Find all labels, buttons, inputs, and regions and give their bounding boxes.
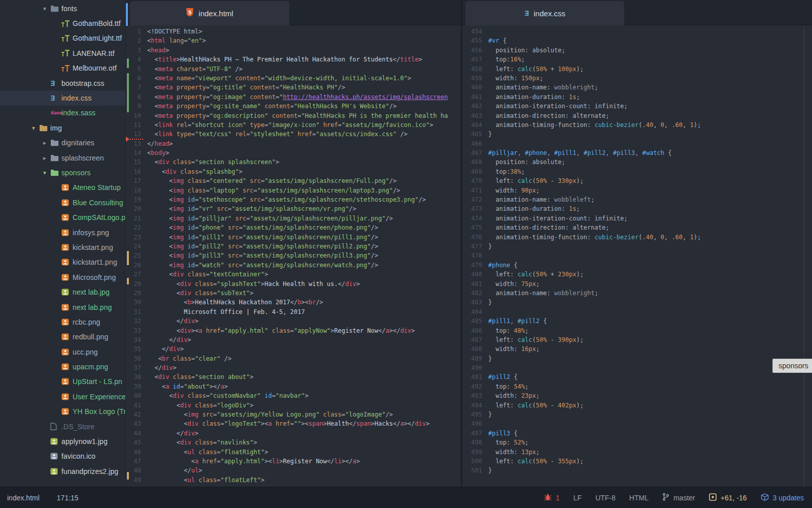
code-line[interactable]: 19 <img id="stethoscope" src="assets/img… [126,195,461,204]
code-line[interactable]: 21 <img id="pilljar" src="assets/img/spl… [126,214,461,223]
code-line[interactable]: 7 <meta property="og:title" content="Hea… [126,83,461,92]
code-line[interactable]: 493 width: 23px; [462,391,812,400]
code-line[interactable]: 36 <br class="clear" /> [126,354,461,363]
tree-item-redbull-png[interactable]: redbull.png [0,330,125,344]
code-line[interactable]: 485#pill1, #pill2 { [462,316,812,326]
status-errors[interactable]: 1 [544,493,560,502]
code-line[interactable]: 481 width: 75px; [462,279,812,289]
code-line[interactable]: 491#pill2 { [462,372,812,382]
tree-item-index-css[interactable]: Ǝindex.css [0,90,125,105]
code-line[interactable]: 454 [462,27,812,36]
tree-item-funandprizes2-jpg[interactable]: funandprizes2.jpg [0,464,125,479]
code-line[interactable]: 488 width: 16px; [462,344,812,354]
tree-item-img[interactable]: ▾img [0,120,125,135]
code-line[interactable]: 15 <div class="section splashscreen"> [126,157,461,167]
code-line[interactable]: 500 left: calc(50% - 355px); [462,457,812,466]
code-line[interactable]: 462 animation-iteration-count: infinite; [462,102,812,111]
code-line[interactable]: 25 <img id="pill3" src="assets/img/splas… [126,251,461,260]
chevron-down-icon[interactable]: ▾ [39,169,50,176]
code-line[interactable]: 43 <div class="logoText"><a href=""><spa… [126,419,461,428]
code-line[interactable]: 38 <div class="section about"> [126,372,461,382]
code-line[interactable]: 456 position: absolute; [462,46,812,55]
code-line[interactable]: 20 <img id="vr" src="assets/img/splashsc… [126,204,461,213]
code-line[interactable]: 489} [462,354,812,363]
tree-item-infosys-png[interactable]: infosys.png [0,225,125,240]
tree-item-ds-store[interactable]: .DS_Store [0,419,125,434]
code-line[interactable]: 13</head> [126,139,461,148]
tree-item-rcbc-png[interactable]: rcbc.png [0,314,125,329]
tree-item-next-lab-png[interactable]: next lab.png [0,300,125,314]
code-line[interactable]: 465} [462,130,812,139]
code-line[interactable]: 27 <div class="textContainer"> [126,270,461,279]
tree-item-yh-box-logo-tr[interactable]: YH Box Logo (Tr [0,404,125,419]
code-line[interactable]: 461 animation-duration: 1s; [462,92,812,102]
code-line[interactable]: 37 </div> [126,363,461,372]
tree-item-microsoft-png[interactable]: Microsoft.png [0,270,125,284]
tree-item-melbourne-otf[interactable]: Melbourne.otf [0,61,125,76]
tab-index-html[interactable]: 5 index.html [130,1,289,25]
code-line[interactable]: 30 <b>HealthHacks Hackathon 2017</b><br/… [126,298,461,307]
chevron-down-icon[interactable]: ▾ [39,5,50,12]
tree-item-kickstart-png[interactable]: kickstart.png [0,240,125,255]
code-line[interactable]: 49 <ul class="floatLeft"> [126,475,461,485]
tree-item-splashscreen[interactable]: ▸splashscreen [0,150,125,165]
chevron-right-icon[interactable]: ▸ [39,154,50,162]
code-line[interactable]: 47 <a href="apply.html"><li>Register Now… [126,457,461,466]
code-line[interactable]: 467#pilljar, #phone, #pill1, #pill2, #pi… [462,148,812,157]
status-updates[interactable]: 3 updates [761,493,804,502]
code-line[interactable]: 5 <meta charset="UTF-8" /> [126,65,461,74]
code-line[interactable]: 466 [462,139,812,148]
code-line[interactable]: 32 </div> [126,316,461,326]
code-line[interactable]: 16 <div class="splashbg"> [126,167,461,176]
tree-item-upstart-ls-pn[interactable]: UpStart - LS.pn [0,374,125,389]
code-line[interactable]: 458 left: calc(50% + 100px); [462,65,812,74]
tree-item-dignitaries[interactable]: ▸dignitaries [0,136,125,150]
chevron-down-icon[interactable]: ▾ [28,124,39,132]
chevron-right-icon[interactable]: ▸ [39,139,50,146]
code-line[interactable]: 468 position: absolute; [462,157,812,167]
status-cursor-position[interactable]: 171:15 [57,494,79,502]
code-editor-css[interactable]: 454455#vr {456 position: absolute;457 to… [462,25,812,487]
code-line[interactable]: 6 <meta name="viewport" content="width=d… [126,74,461,83]
code-line[interactable]: 26 <img id="watch" src="assets/img/splas… [126,261,461,270]
tree-item-index-sass[interactable]: Sassindex.sass [0,106,125,120]
status-git-diff[interactable]: +61, -16 [709,493,747,502]
status-encoding[interactable]: UTF-8 [595,494,616,502]
code-line[interactable]: 11 <link rel="shortcut icon" type="image… [126,120,461,130]
code-line[interactable]: 23 <img id="pill1" src="assets/img/splas… [126,233,461,242]
code-editor-html[interactable]: 1<!DOCTYPE html>2<html lang="en">3<head>… [126,25,461,487]
code-line[interactable]: 473 animation-duration: 1s; [462,204,812,213]
code-line[interactable]: 469 top:38%; [462,167,812,176]
tree-view[interactable]: ▾fontsGothamBold.ttfGothamLight.ttfLANEN… [0,0,126,487]
code-line[interactable]: 3<head> [126,46,461,55]
code-line[interactable]: 477} [462,242,812,251]
code-line[interactable]: 39 <a id="about"></a> [126,382,461,391]
code-line[interactable]: 492 top: 54%; [462,382,812,391]
code-line[interactable]: 487 left: calc(50% - 390px); [462,335,812,344]
code-line[interactable]: 42 <img src="assets/img/Yellow Logo.png"… [126,410,461,419]
tree-item-ucc-png[interactable]: ucc.png [0,344,125,359]
code-line[interactable]: 486 top: 48%; [462,326,812,335]
code-line[interactable]: 4 <title>HealthHacks PH — The Premier He… [126,55,461,64]
code-line[interactable]: 499 width: 13px; [462,448,812,457]
tree-item-user-experience[interactable]: User Experience [0,389,125,404]
code-line[interactable]: 29 <div class="subText"> [126,289,461,298]
code-line[interactable]: 14<body> [126,148,461,157]
status-grammar[interactable]: HTML [629,494,649,502]
code-line[interactable]: 470 left: calc(50% - 330px); [462,176,812,185]
tree-item-compsatlogo-p[interactable]: CompSAtLogo.p [0,210,125,225]
code-line[interactable]: 496 [462,419,812,428]
code-line[interactable]: 476 animation-timing-function: cubic-bez… [462,233,812,242]
tree-item-fonts[interactable]: ▾fonts [0,1,125,16]
code-line[interactable]: 2<html lang="en"> [126,36,461,45]
code-line[interactable]: 45 <div class="navlinks"> [126,438,461,447]
code-line[interactable]: 1<!DOCTYPE html> [126,27,461,36]
code-line[interactable]: 33 <div><a href="apply.html" class="appl… [126,326,461,335]
code-line[interactable]: 497#pill3 { [462,429,812,438]
code-line[interactable]: 48 </ul> [126,466,461,475]
code-line[interactable]: 455#vr { [462,36,812,45]
code-line[interactable]: 8 <meta property="og:image" content="htt… [126,92,461,102]
code-line[interactable]: 480 left: calc(50% + 230px); [462,270,812,279]
code-line[interactable]: 482 animation-name: wobbleright; [462,289,812,298]
code-line[interactable]: 31 Microsoft Office | Feb. 4-5, 2017 [126,307,461,316]
